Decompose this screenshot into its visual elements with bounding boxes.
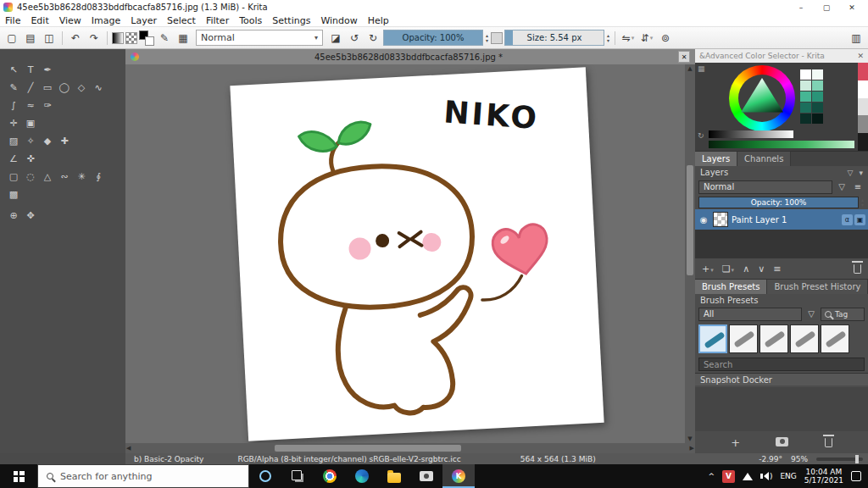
brush-preset-tile[interactable] <box>760 324 788 353</box>
vertical-scroll-thumb[interactable] <box>687 165 693 275</box>
edge-button[interactable] <box>346 464 378 488</box>
horizontal-scroll-thumb[interactable] <box>275 445 461 452</box>
funnel-icon[interactable]: ▽ <box>804 308 818 321</box>
menu-item[interactable]: Layer <box>125 15 162 26</box>
bezier-curve-tool[interactable]: ∫ <box>5 98 22 113</box>
close-document-icon[interactable]: ✕ <box>678 51 690 63</box>
hide-toolbars-button[interactable]: ▥ <box>848 30 865 47</box>
layer-opacity-slider[interactable]: Opacity: 100% <box>698 197 859 208</box>
move-layer-up-button[interactable]: ∧ <box>743 263 749 274</box>
color-swatch[interactable] <box>812 80 823 91</box>
assistants-tool[interactable]: ✜ <box>22 152 39 166</box>
action-center-icon[interactable] <box>851 471 861 481</box>
fill-tool[interactable]: ◆ <box>39 134 56 148</box>
refresh-icon[interactable]: ↻ <box>698 131 704 140</box>
gradient-tool[interactable]: ▨ <box>5 134 22 148</box>
refresh-icon[interactable]: ↻ <box>364 30 381 47</box>
pattern-chooser[interactable] <box>125 32 137 44</box>
transform-tool[interactable]: ↖ <box>5 63 22 77</box>
alpha-lock-icon[interactable]: α <box>842 214 853 225</box>
undo-button[interactable]: ↶ <box>67 30 84 47</box>
delete-snapshot-button[interactable] <box>825 435 832 450</box>
origin-button[interactable]: ⊚ <box>657 30 674 47</box>
mirror-horizontal-button[interactable]: ⇋▾ <box>620 30 637 47</box>
ellipse-select-tool[interactable]: ◌ <box>22 169 39 184</box>
scroll-down-icon[interactable]: ▼ <box>687 435 692 442</box>
scroll-up-icon[interactable]: ▲ <box>687 65 692 72</box>
menu-item[interactable]: Image <box>86 15 125 26</box>
freehand-path-tool[interactable]: ≈ <box>22 98 39 113</box>
close-icon[interactable]: ✕ <box>857 52 864 60</box>
tab-brush-presets[interactable]: Brush Presets <box>695 280 767 294</box>
eraser-mode-button[interactable]: ◪ <box>327 30 344 47</box>
shade-selector-icon[interactable]: ▦ <box>698 64 705 73</box>
smart-patch-tool[interactable]: ✚ <box>56 134 73 148</box>
scroll-right-icon[interactable]: ▶ <box>690 445 694 452</box>
open-document-button[interactable]: ▤ <box>22 30 39 47</box>
fg-bg-color-selector[interactable] <box>139 30 154 46</box>
opacity-spinner[interactable]: ▴▾ <box>485 33 489 43</box>
layer-thumbnail[interactable] <box>713 212 728 227</box>
add-layer-button[interactable]: +▾ <box>702 263 714 274</box>
polygon-tool[interactable]: ◇ <box>73 80 90 95</box>
horizontal-scrollbar[interactable]: ◀ ▶ <box>125 443 695 453</box>
calligraphy-tool[interactable]: ✒ <box>39 63 56 77</box>
brush-filter-select[interactable]: All ▾ <box>698 308 802 321</box>
vertical-scrollbar[interactable]: ▲ ▼ <box>685 64 695 443</box>
brush-presets-button[interactable]: ▦ <box>175 30 192 47</box>
color-strip-segment[interactable] <box>858 80 868 98</box>
redo-button[interactable]: ↷ <box>86 30 103 47</box>
dynamic-brush-tool[interactable]: ✑ <box>39 98 56 113</box>
menu-item[interactable]: Settings <box>267 15 315 26</box>
line-tool[interactable]: ╱ <box>22 80 39 95</box>
minimize-button[interactable]: – <box>788 3 814 12</box>
language-indicator[interactable]: ENG <box>780 472 796 480</box>
cortana-button[interactable] <box>249 464 281 488</box>
color-swatch[interactable] <box>800 80 811 91</box>
color-swatch[interactable] <box>812 92 823 102</box>
move-tool[interactable]: ✛ <box>5 116 22 130</box>
color-strip-segment[interactable] <box>858 63 868 80</box>
measure-tool[interactable]: ∠ <box>5 152 22 166</box>
text-tool[interactable]: T <box>22 63 39 77</box>
chrome-button[interactable] <box>314 464 346 488</box>
tab-channels[interactable]: Channels <box>737 152 791 166</box>
chevron-down-icon[interactable]: ▾ <box>859 169 863 177</box>
menu-item[interactable]: Filter <box>201 15 234 26</box>
brush-editor-button[interactable]: ✎ <box>156 30 173 47</box>
duplicate-layer-button[interactable]: ❏▾ <box>722 263 734 274</box>
filter-icon[interactable]: ▽ <box>848 169 854 177</box>
color-triangle[interactable] <box>741 78 783 118</box>
taskbar-search-input[interactable]: Search for anything <box>37 464 249 488</box>
bezier-select-tool[interactable]: ∮ <box>90 169 107 184</box>
opacity-slider[interactable]: Opacity: 100% <box>383 30 483 46</box>
tab-brush-history[interactable]: Brush Preset History <box>767 280 868 294</box>
color-swatch[interactable] <box>800 103 811 113</box>
tag-search-box[interactable]: Tag <box>821 308 865 321</box>
new-document-button[interactable]: ▢ <box>3 30 20 47</box>
ellipse-tool[interactable]: ◯ <box>56 80 73 95</box>
color-wheel[interactable] <box>729 65 795 131</box>
take-snapshot-button[interactable] <box>776 436 788 449</box>
mirror-vertical-button[interactable]: ⇵▾ <box>638 30 655 47</box>
save-button[interactable]: ◫ <box>41 30 58 47</box>
color-swatch[interactable] <box>812 103 823 113</box>
polygon-select-tool[interactable]: △ <box>39 169 56 184</box>
close-button[interactable]: ✕ <box>839 3 865 12</box>
gradient-chooser[interactable] <box>112 32 124 44</box>
pan-tool[interactable]: ✥ <box>22 208 39 223</box>
start-button[interactable] <box>0 464 37 488</box>
v-app-tray-icon[interactable]: V <box>722 470 735 483</box>
clock[interactable]: 10:04 AM 5/17/2021 <box>804 468 843 485</box>
color-strip-segment[interactable] <box>858 115 868 133</box>
camera-app-button[interactable] <box>410 464 442 488</box>
color-swatch[interactable] <box>812 69 823 80</box>
task-view-button[interactable] <box>281 464 314 488</box>
value-gradient-bar[interactable] <box>709 130 793 138</box>
rect-select-tool[interactable]: ▢ <box>5 169 22 184</box>
zoom-tool[interactable]: ⊕ <box>5 208 22 223</box>
color-strip-segment[interactable] <box>858 133 868 151</box>
brush-size-slider[interactable]: Size: 5.54 px <box>504 30 604 46</box>
delete-layer-button[interactable] <box>854 262 861 276</box>
hidden-icons-chevron[interactable]: ^ <box>708 472 715 480</box>
